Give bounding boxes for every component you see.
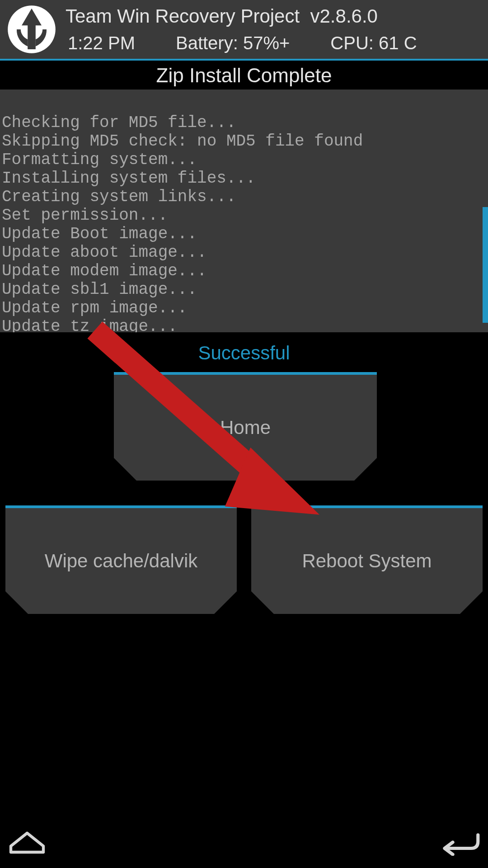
back-icon[interactable] — [441, 822, 481, 863]
home-button[interactable]: Home — [114, 372, 377, 481]
reboot-system-button[interactable]: Reboot System — [251, 505, 483, 614]
header-bar: Team Win Recovery Project v2.8.6.0 1:22 … — [0, 0, 488, 59]
status-line: 1:22 PM Battery: 57%+ CPU: 61 C — [66, 33, 481, 53]
cpu-label: CPU: 61 C — [330, 33, 417, 53]
wipe-cache-button-label: Wipe cache/dalvik — [45, 550, 197, 572]
home-icon[interactable] — [7, 822, 47, 863]
page-title: Zip Install Complete — [0, 61, 488, 90]
status-badge: Successful — [0, 332, 488, 372]
nav-bar — [0, 816, 488, 868]
console-output[interactable]: Checking for MD5 file... Skipping MD5 ch… — [0, 90, 488, 332]
twrp-logo-icon — [7, 5, 56, 54]
wipe-cache-button[interactable]: Wipe cache/dalvik — [5, 505, 237, 614]
home-button-label: Home — [220, 417, 271, 439]
time-label: 1:22 PM — [68, 33, 135, 53]
app-title: Team Win Recovery Project v2.8.6.0 — [66, 5, 481, 27]
reboot-system-button-label: Reboot System — [302, 550, 432, 572]
scrollbar-thumb[interactable] — [483, 207, 488, 323]
battery-label: Battery: 57%+ — [176, 33, 290, 53]
